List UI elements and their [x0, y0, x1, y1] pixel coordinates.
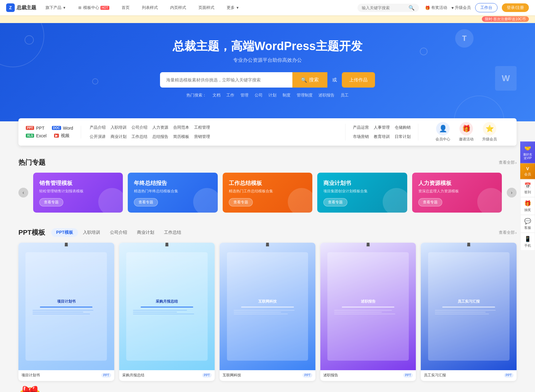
search-icon[interactable]: 🔍: [408, 5, 415, 11]
nav-search-bar[interactable]: 🔍: [357, 4, 419, 12]
cat-link-resume[interactable]: 简历模板: [171, 133, 192, 140]
cat-link-contract[interactable]: 合同范本: [171, 124, 192, 131]
nav-item-page-style[interactable]: 页面样式: [195, 4, 217, 12]
cat-link-speech[interactable]: 公开演讲: [87, 133, 108, 140]
hot-tag-zhuzhihuibao[interactable]: 述职报告: [318, 93, 334, 97]
search-button[interactable]: 🔍 搜索: [292, 72, 327, 88]
topic-bg-img-1: [98, 188, 123, 213]
cat-link-product-ops[interactable]: 产品运营: [350, 124, 371, 131]
hot-tag-gongsi[interactable]: 公司: [255, 93, 263, 97]
file-type-word[interactable]: DOC Word: [52, 126, 73, 131]
topic-card-5[interactable]: 人力资源模板 资深总监理人力资源模板 查看专题: [412, 173, 502, 213]
login-button[interactable]: 登录/注册: [502, 3, 529, 12]
nav-label-more: 更多: [227, 5, 235, 10]
file-type-ppt[interactable]: PPT PPT: [26, 126, 45, 131]
tab-company-intro[interactable]: 公司介绍: [105, 228, 132, 237]
cat-link-onboarding[interactable]: 入职培训: [108, 124, 129, 131]
nav-activity[interactable]: 🎁 有奖活动: [425, 5, 447, 10]
tab-work-summary[interactable]: 工作总结: [159, 228, 186, 237]
cat-link-hr-mgmt[interactable]: 人事管理: [371, 124, 392, 131]
tsl-6: [133, 314, 194, 314]
cat-link-warehouse[interactable]: 仓储购销: [392, 124, 413, 131]
topic-btn-1[interactable]: 查看专题: [39, 198, 63, 206]
hot-tag-yuangong[interactable]: 员工: [341, 93, 349, 97]
promo-text[interactable]: 限时·首次注册即送10C币: [482, 16, 529, 22]
tab-business-plan[interactable]: 商业计划: [132, 228, 159, 237]
hero-title: 总裁主题，高端WordPress主题开发: [0, 38, 535, 54]
hot-tag-jihua[interactable]: 计划: [268, 93, 276, 97]
site-logo[interactable]: Z 总裁主题: [6, 3, 36, 12]
special-upgrade-vip[interactable]: ⭐ 升级会员: [482, 122, 497, 142]
cat-links-row2: 公开演讲 商业计划 工作总结 总结报告 简历模板 营销管理: [87, 133, 340, 140]
template-card-3[interactable]: 互联网科技 互联网科技 PPT: [220, 243, 315, 381]
nav-item-inner-style[interactable]: 内页样式: [167, 4, 189, 12]
file-type-excel[interactable]: XLS Excel: [26, 133, 47, 139]
topic-card-2[interactable]: 年终总结报告 精选热门年终总结模板合集 查看专题: [128, 173, 217, 213]
tsl-14: [435, 312, 486, 312]
side-float-lottery[interactable]: 🎁 抽奖: [520, 197, 535, 215]
cat-link-hr[interactable]: 人力资源: [150, 124, 171, 131]
hero-subtitle: 专业办公资源平台助你高效办公: [0, 57, 535, 64]
workspace-button[interactable]: 工作台: [475, 3, 498, 12]
nav-search-input[interactable]: [362, 6, 406, 10]
cat-special: 👤 会员中心 🎁 邀请活动 ⭐ 升级会员: [423, 122, 509, 142]
cat-link-engineering[interactable]: 工程管理: [192, 124, 213, 131]
special-invite[interactable]: 🎁 邀请活动: [459, 122, 474, 142]
topic-card-3[interactable]: 工作总结模板 精选热门工作总结模板合集 查看专题: [223, 173, 312, 213]
tab-ppt-templates[interactable]: PPT模板: [51, 228, 78, 237]
nav-upgrade[interactable]: ♥ 升级会员: [451, 5, 471, 10]
slider-prev-button[interactable]: ‹: [18, 188, 28, 198]
invite-label: 邀请活动: [459, 137, 474, 142]
topic-btn-5[interactable]: 查看专题: [418, 198, 442, 206]
special-member-center[interactable]: 👤 会员中心: [435, 122, 450, 142]
slider-next-button[interactable]: ›: [507, 188, 517, 198]
nav-item-products[interactable]: 旗下产品 ▼: [42, 4, 69, 12]
cat-link-marketing[interactable]: 营销管理: [192, 133, 213, 140]
template-card-1[interactable]: 项目计划书 项目计划书 PPT: [18, 243, 114, 381]
upload-button[interactable]: 上传作品: [342, 72, 375, 88]
cat-link-daily-plan[interactable]: 日常计划: [392, 133, 413, 140]
hot-tag-gongzuo[interactable]: 工作: [226, 93, 234, 97]
templates-grid: 项目计划书 项目计划书 PPT 采购月报总结: [18, 243, 517, 381]
hot-tag-zhidu[interactable]: 制度: [283, 93, 291, 97]
side-float-signin[interactable]: 📅 签到: [520, 179, 535, 197]
hot-tag-guanli[interactable]: 管理: [240, 93, 248, 97]
template-card-4[interactable]: 述职报告 述职报告 PPT: [320, 243, 416, 381]
word-icon: DOC: [52, 126, 61, 130]
topic-card-1[interactable]: 销售管理模板 轻松管理销售计划报表模板 查看专题: [33, 173, 123, 213]
nav-item-list-style[interactable]: 列表样式: [139, 4, 161, 12]
cat-link-product-intro[interactable]: 产品介绍: [87, 124, 108, 131]
cat-link-summary-report[interactable]: 总结报告: [150, 133, 171, 140]
topic-card-4[interactable]: 商业计划书 项目集团创业计划模板合集 查看专题: [317, 173, 407, 213]
ppt-see-all[interactable]: 查看全部 ›: [499, 230, 517, 235]
nav-item-templates[interactable]: ⊞ 模板中心 HOT: [75, 4, 112, 12]
cat-link-business-plan[interactable]: 商业计划: [108, 133, 129, 140]
topic-btn-3[interactable]: 查看专题: [229, 198, 253, 206]
lottery-label: 抽奖: [524, 208, 531, 212]
side-float-service[interactable]: 💬 客服: [520, 215, 535, 233]
cat-link-company-intro[interactable]: 公司介绍: [129, 124, 150, 131]
nav-item-home[interactable]: 首页: [119, 4, 133, 12]
cat-link-education[interactable]: 教育培训: [371, 133, 392, 140]
cat-links-extra: 产品运营 人事管理 仓储购销 市场营销 教育培训 日常计划: [350, 124, 418, 140]
side-float-friend-vip[interactable]: 🤝 邀好友送VIP: [520, 142, 535, 163]
hot-topics-see-all[interactable]: 查看全部 ›: [499, 160, 517, 165]
hot-tag-guanlizhidu[interactable]: 管理制度: [297, 93, 313, 97]
file-type-video[interactable]: ▶ 视频: [54, 133, 69, 139]
side-float-vip[interactable]: V 会员: [520, 163, 535, 179]
topic-btn-2[interactable]: 查看专题: [134, 198, 158, 206]
tab-onboarding[interactable]: 入职培训: [78, 228, 105, 237]
template-card-5[interactable]: 员工实习汇报 员工实习汇报 PPT: [421, 243, 517, 381]
side-float-mobile[interactable]: 📱 手机: [520, 233, 535, 251]
cat-link-work-summary[interactable]: 工作总结: [129, 133, 150, 140]
topic-title-2: 年终总结报告: [134, 179, 211, 187]
topic-btn-4[interactable]: 查看专题: [323, 198, 347, 206]
hero-search-input[interactable]: [160, 72, 292, 88]
word-label: Word: [63, 126, 73, 131]
topics-slider: ‹ 销售管理模板 轻松管理销售计划报表模板 查看专题 年终总结报告 精选热门年终…: [18, 173, 517, 213]
cat-link-market-mktg[interactable]: 市场营销: [350, 133, 371, 140]
template-card-2[interactable]: 采购月报总结 采购月报总结 PPT: [119, 243, 215, 381]
hot-tag-wendang[interactable]: 文档: [213, 93, 221, 97]
nav-item-more[interactable]: 更多 ▼: [224, 4, 242, 12]
thumb-line-4: [342, 307, 394, 308]
